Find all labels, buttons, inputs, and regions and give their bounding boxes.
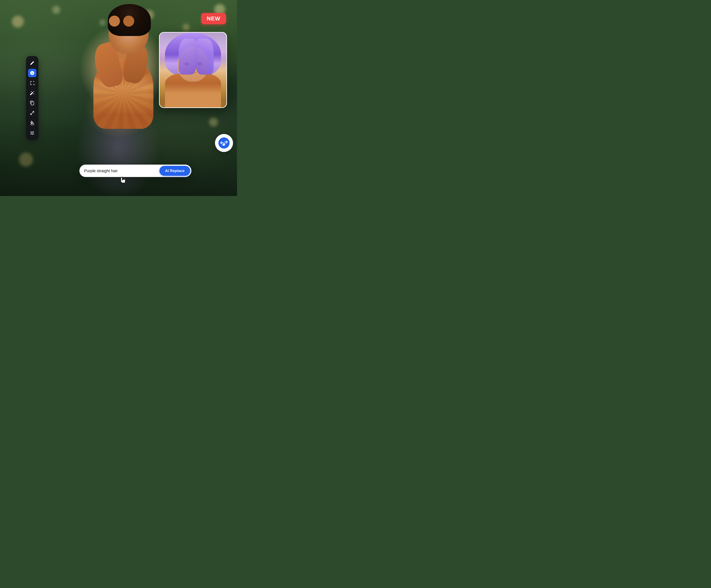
search-input[interactable]: [84, 169, 159, 173]
fill-icon: [30, 121, 35, 125]
ai-replace-icon-bubble[interactable]: [215, 134, 233, 152]
toolbar-expand[interactable]: [28, 109, 37, 117]
ai-result-preview: [159, 32, 227, 108]
preview-hair-right: [196, 39, 214, 74]
person-right-hand: [123, 16, 134, 27]
toolbar-resize[interactable]: [28, 79, 37, 87]
ai-replace-button-label: AI Replace: [165, 169, 185, 173]
toolbar: [26, 56, 38, 140]
expand-icon: [30, 111, 35, 115]
ai-replace-button[interactable]: AI Replace: [159, 166, 190, 176]
adjustments-icon: [30, 131, 35, 135]
ai-replace-bubble-icon: [218, 137, 230, 149]
person-left-hand: [109, 16, 120, 27]
hand-cursor-icon: [121, 176, 127, 183]
toolbar-adjustments[interactable]: [28, 129, 37, 137]
preview-card-inner: [159, 32, 227, 107]
magic-wand-icon: [30, 91, 35, 95]
eraser-icon: [30, 61, 35, 65]
search-bar: AI Replace: [80, 165, 191, 177]
clone-icon: [30, 101, 35, 105]
new-badge: NEW: [201, 13, 226, 24]
new-badge-text: NEW: [207, 15, 220, 22]
ai-replace-icon: [30, 71, 35, 75]
toolbar-clone[interactable]: [28, 99, 37, 107]
svg-rect-2: [223, 143, 225, 145]
resize-icon: [30, 81, 35, 85]
preview-hair-left: [179, 39, 197, 74]
cursor-icon: [121, 176, 127, 185]
toolbar-magic-wand[interactable]: [28, 89, 37, 97]
toolbar-ai-replace[interactable]: [28, 69, 37, 77]
toolbar-eraser[interactable]: [28, 59, 37, 67]
toolbar-fill[interactable]: [28, 119, 37, 127]
